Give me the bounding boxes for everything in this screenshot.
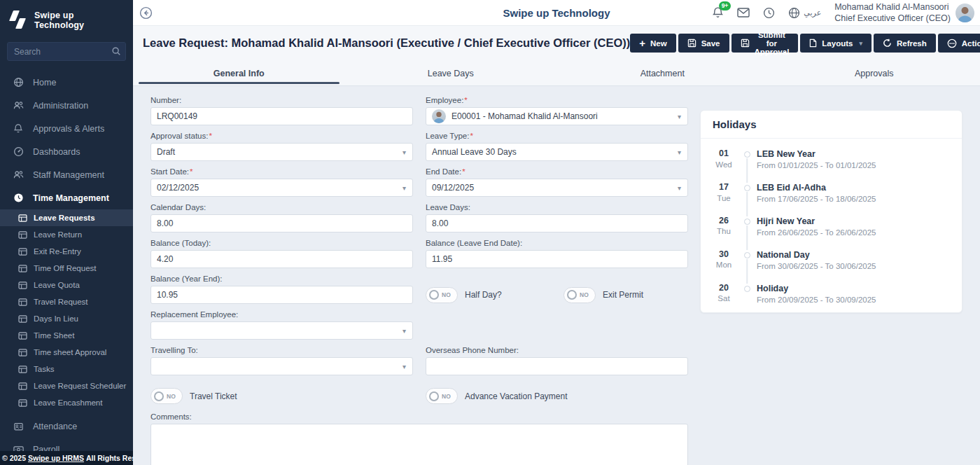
sidebar-item-attendance[interactable]: Attendance [0,415,133,438]
leave-days-field[interactable] [426,214,688,233]
sidebar-item-time-management[interactable]: Time Management [0,186,133,209]
sidebar-item-home[interactable]: Home [0,71,133,94]
exit-permit-label: Exit Permit [603,290,643,300]
app-root: Swipe up Technology Home Administration … [0,0,980,465]
sidebar-item-leave-quota[interactable]: Leave Quota [0,277,133,293]
holiday-range: From 17/06/2025 - To 18/06/2025 [757,193,952,205]
start-date-picker[interactable]: 02/12/2025 ▾ [150,179,413,197]
holiday-name: Hijri New Year [757,216,952,227]
sidebar-item-administration[interactable]: Administration [0,94,133,117]
brand-logo[interactable]: Swipe up Technology [0,0,133,41]
form-content: Number: Employee:* E00001 - Mohamad Khal… [133,86,980,465]
holiday-weekday: Thu [710,226,737,236]
sidebar-item-leave-return[interactable]: Leave Return [0,226,133,243]
submit-for-approval-button[interactable]: Submit for Approval [732,34,799,53]
search-icon[interactable] [111,46,121,56]
sidebar-item-tasks[interactable]: Tasks [0,361,133,377]
travelling-to-label: Travelling To: [150,346,413,354]
sidebar-item-days-in-lieu[interactable]: Days In Lieu [0,310,133,327]
calendar-days-field[interactable] [150,214,413,233]
mail-icon[interactable] [737,8,750,18]
holiday-day: 26 [710,216,737,227]
replacement-employee-select[interactable]: ▾ [150,321,413,340]
sidebar-item-travel-request[interactable]: Travel Request [0,293,133,310]
sidebar-item-label: Days In Lieu [34,314,78,323]
advance-vacation-payment-toggle[interactable]: NO [426,388,458,404]
comments-field[interactable] [150,424,688,465]
holidays-title: Holidays [713,118,757,130]
sidebar-item-payroll[interactable]: Payroll [0,438,133,451]
save-icon [741,39,750,48]
tab-leave-days[interactable]: Leave Days [345,60,557,85]
overseas-phone-field[interactable] [426,357,688,375]
half-day-toggle[interactable]: NO [426,287,458,303]
globe-icon [788,7,800,19]
user-menu[interactable]: Mohamad Khalid Al-Mansoori Chief Executi… [834,1,974,25]
user-role: Chief Executive Officer (CEO) [834,13,951,24]
sidebar-item-label: Administration [33,101,88,111]
end-date-picker[interactable]: 09/12/2025 ▾ [426,179,688,197]
sidebar-item-label: Dashboards [33,147,80,157]
leave-type-label: Leave Type:* [426,132,688,140]
save-button[interactable]: Save [678,34,729,53]
timeline-dot-icon [744,185,750,191]
page-header: Leave Request: Mohamad Khalid Al-Mansoor… [133,26,980,86]
avatar [432,109,446,123]
actions-button[interactable]: Actions ▾ [938,34,980,53]
travel-ticket-toggle[interactable]: NO [150,388,183,404]
sidebar-item-time-sheet[interactable]: Time Sheet [0,327,133,344]
layouts-button[interactable]: Layouts ▾ [800,34,872,53]
tab-general-info[interactable]: General Info [133,60,345,85]
sidebar-item-label: Home [33,78,56,88]
clock-icon[interactable] [763,7,775,19]
holiday-item: 26Thu Hijri New YearFrom 26/06/2025 - To… [701,216,962,239]
table-icon [18,315,27,323]
chevron-down-icon: ▾ [402,327,406,335]
balance-leave-end-label: Balance (Leave End Date): [426,239,688,247]
approval-status-select[interactable]: Draft ▾ [150,143,413,161]
avatar[interactable] [955,4,974,22]
holiday-day: 20 [710,283,737,294]
sidebar-item-time-off-request[interactable]: Time Off Request [0,260,133,277]
sidebar-item-label: Tasks [34,365,54,373]
language-switcher[interactable]: عربي [788,7,821,19]
exit-permit-toggle[interactable]: NO [564,287,596,303]
holiday-day: 30 [710,249,737,261]
back-button[interactable] [139,6,153,20]
sidebar-item-time-sheet-approval[interactable]: Time sheet Approval [0,344,133,361]
employee-label: Employee:* [426,96,688,104]
sidebar-item-exit-re-entry[interactable]: Exit Re-Entry [0,243,133,260]
leave-type-select[interactable]: Annual Leave 30 Days ▾ [426,143,688,161]
end-date-label: End Date:* [426,167,688,176]
sidebar-item-label: Approvals & Alerts [33,124,104,134]
sidebar-item-leave-requests[interactable]: Leave Requests [0,209,133,226]
balance-today-label: Balance (Today): [150,239,413,247]
hrms-link[interactable]: Swipe up HRMS [28,454,84,462]
travelling-to-select[interactable]: ▾ [150,357,413,375]
number-field[interactable] [150,107,413,125]
sidebar-item-dashboards[interactable]: Dashboards [0,140,133,163]
notifications-button[interactable]: 9+ [712,6,724,19]
brand-name: Swipe up Technology [34,11,124,30]
refresh-button[interactable]: Refresh [874,34,936,53]
replacement-employee-label: Replacement Employee: [150,310,413,319]
sidebar-item-staff-management[interactable]: Staff Management [0,163,133,186]
sidebar-item-approvals-alerts[interactable]: Approvals & Alerts [0,117,133,140]
employee-select[interactable]: E00001 - Mohamad Khalid Al-Mansoori ▾ [426,107,688,125]
search-input[interactable] [7,42,126,61]
balance-leave-end-field[interactable] [426,250,688,268]
holiday-name: LEB New Year [757,148,952,160]
sidebar-item-label: Leave Quota [34,281,80,289]
sidebar-search [7,42,126,61]
clock-icon [13,193,24,203]
tab-approvals[interactable]: Approvals [769,60,980,85]
balance-year-end-field[interactable] [150,286,413,304]
holiday-range: From 26/06/2025 - To 26/06/2025 [757,227,952,239]
sidebar-item-leave-encashment[interactable]: Leave Encashment [0,394,133,411]
tab-attachment[interactable]: Attachment [556,60,769,85]
sidebar-item-leave-request-scheduler[interactable]: Leave Request Scheduler [0,377,133,394]
balance-today-field[interactable] [150,250,413,268]
new-button[interactable]: + New [630,34,676,53]
chevron-down-icon: ▾ [402,184,406,192]
chevron-down-icon: ▾ [678,184,681,192]
